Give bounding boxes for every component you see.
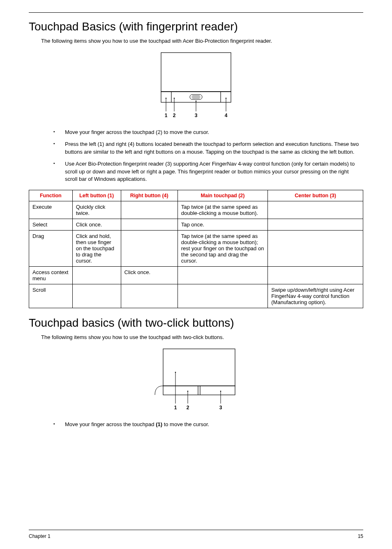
touchpad-functions-table: Function Left button (1) Right button (4…	[29, 190, 363, 308]
section1-intro: The following items show you how to use …	[41, 37, 363, 45]
svg-rect-17	[163, 349, 235, 386]
table-cell: Tap twice (at the same speed as double-c…	[178, 231, 268, 267]
header-center: Center button (3)	[268, 190, 363, 201]
table-cell: Click once.	[121, 267, 178, 284]
table-cell: Click and hold, then use finger on the t…	[72, 231, 121, 267]
table-cell: Tap twice (at the same speed as double-c…	[178, 201, 268, 219]
table-cell: Drag	[29, 231, 73, 267]
section2-bullets: Move your finger across the touchpad (1)…	[53, 421, 359, 429]
diagram2-label-3: 3	[219, 405, 222, 411]
diagram1-label-4: 4	[225, 113, 228, 118]
table-cell: Execute	[29, 201, 73, 219]
table-cell	[268, 201, 363, 219]
table-row: DragClick and hold, then use finger on t…	[29, 231, 363, 267]
page-footer: Chapter 1 15	[29, 530, 363, 539]
table-cell	[72, 267, 121, 284]
table-cell	[72, 284, 121, 308]
list-item: Move your finger across the touchpad (2)…	[53, 129, 359, 136]
list-item: Use Acer Bio-Protection fingerprint read…	[53, 160, 359, 184]
footer-chapter: Chapter 1	[29, 533, 51, 539]
touchpad-twoclick-diagram: 1 2 3	[149, 347, 243, 413]
table-cell	[121, 201, 178, 219]
top-rule	[29, 12, 363, 13]
touchpad-fingerprint-diagram: 1 2 3 4	[149, 51, 243, 120]
table-cell	[178, 267, 268, 284]
diagram1-label-1: 1	[165, 113, 168, 118]
table-cell: Click once.	[72, 219, 121, 231]
section1-heading: Touchpad Basics (with fingerprint reader…	[29, 20, 363, 33]
table-cell: Swipe up/down/left/right using Acer Fing…	[268, 284, 363, 308]
footer-rule	[29, 530, 363, 530]
table-header-row: Function Left button (1) Right button (4…	[29, 190, 363, 201]
table-cell	[268, 219, 363, 231]
svg-rect-0	[161, 53, 231, 92]
table-row: ScrollSwipe up/down/left/right using Ace…	[29, 284, 363, 308]
table-row: ExecuteQuickly click twice.Tap twice (at…	[29, 201, 363, 219]
diagram1-label-2: 2	[173, 113, 176, 118]
section2-intro: The following items show you how to use …	[41, 334, 363, 341]
table-cell	[178, 284, 268, 308]
header-function: Function	[29, 190, 73, 201]
table-cell: Tap once.	[178, 219, 268, 231]
table-row: SelectClick once.Tap once.	[29, 219, 363, 231]
header-main: Main touchpad (2)	[178, 190, 268, 201]
diagram2-label-1: 1	[174, 405, 177, 411]
table-cell	[268, 231, 363, 267]
table-cell: Scroll	[29, 284, 73, 308]
diagram2-label-2: 2	[187, 405, 189, 411]
table-cell: Access context menu	[29, 267, 73, 284]
list-item: Move your finger across the touchpad (1)…	[53, 421, 359, 429]
header-left: Left button (1)	[72, 190, 121, 201]
diagram1-label-3: 3	[195, 113, 198, 118]
header-right: Right button (4)	[121, 190, 178, 201]
section1-bullets: Move your finger across the touchpad (2)…	[53, 129, 359, 183]
section2-heading: Touchpad basics (with two-click buttons)	[29, 316, 363, 330]
footer-page-number: 15	[358, 533, 363, 539]
table-cell	[121, 219, 178, 231]
table-cell	[268, 267, 363, 284]
table-cell: Quickly click twice.	[72, 201, 121, 219]
table-row: Access context menuClick once.	[29, 267, 363, 284]
list-item: Press the left (1) and right (4) buttons…	[53, 141, 359, 156]
svg-rect-18	[163, 386, 235, 395]
table-cell	[121, 231, 178, 267]
table-cell: Select	[29, 219, 73, 231]
table-cell	[121, 284, 178, 308]
